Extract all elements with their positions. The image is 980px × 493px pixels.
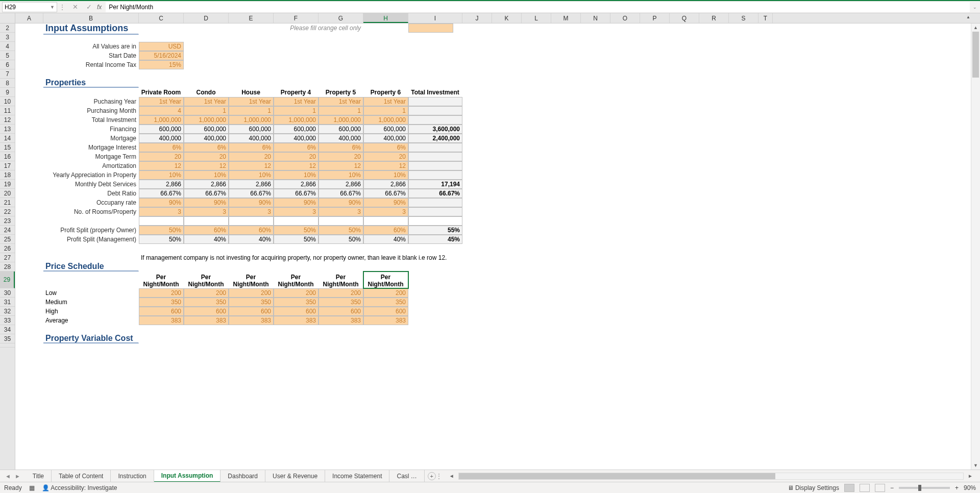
cell-G4[interactable]: [318, 42, 363, 51]
cell-mortgageTerm-3[interactable]: 20: [274, 152, 318, 161]
cell-price-low-1[interactable]: 200: [184, 288, 229, 298]
cell-appreciation-4[interactable]: 10%: [318, 170, 363, 180]
row-header-12[interactable]: 12: [0, 115, 15, 125]
cell-mortgageTerm-total[interactable]: [408, 152, 462, 161]
cell-profitMgmt-1[interactable]: 40%: [184, 235, 229, 244]
label-purchasingMonth[interactable]: Purchasing Month: [43, 106, 139, 115]
cell-E23[interactable]: [229, 216, 274, 226]
cell-purchasingMonth-4[interactable]: 1: [318, 106, 363, 115]
sheet-tab-dashboard[interactable]: Dashboard: [220, 470, 265, 482]
label-price-high[interactable]: High: [43, 307, 139, 316]
cell-monthlyDebt-5[interactable]: 2,866: [363, 180, 408, 189]
col-header-T[interactable]: T: [758, 13, 773, 23]
cell-I8[interactable]: [408, 79, 462, 88]
prop-col-condo[interactable]: Condo: [184, 88, 229, 97]
cell-D28[interactable]: [184, 262, 229, 272]
hscroll-right-icon[interactable]: ►: [966, 473, 975, 479]
cell-mortgage-4[interactable]: 400,000: [318, 134, 363, 143]
cell-H26[interactable]: [363, 244, 408, 253]
cell-G7[interactable]: [318, 69, 363, 79]
cell-debtRatio-0[interactable]: 66.67%: [139, 189, 184, 198]
cell-price-medium-0[interactable]: 350: [139, 298, 184, 307]
cell-mortgage-3[interactable]: 400,000: [274, 134, 318, 143]
cell-I35[interactable]: [408, 334, 462, 343]
cell-price-low-3[interactable]: 200: [274, 288, 318, 298]
zoom-knob[interactable]: [918, 485, 921, 491]
cell-A13[interactable]: [15, 125, 43, 134]
col-header-N[interactable]: N: [581, 13, 610, 23]
vertical-scrollbar[interactable]: ▲ ▼: [971, 23, 980, 470]
cell-mortgage-2[interactable]: 400,000: [229, 134, 274, 143]
cell-amortization-4[interactable]: 12: [318, 161, 363, 170]
prop-col-house[interactable]: House: [229, 88, 274, 97]
cell-C23[interactable]: [139, 216, 184, 226]
cell-profitOwner-1[interactable]: 60%: [184, 226, 229, 235]
prop-col-total-investment[interactable]: Total Investment: [408, 88, 462, 97]
col-header-L[interactable]: L: [522, 13, 551, 23]
cell-mortgage-0[interactable]: 400,000: [139, 134, 184, 143]
cell-puchasingYear-2[interactable]: 1st Year: [229, 97, 274, 106]
cell-C3[interactable]: [139, 33, 184, 42]
cell-mortgageInterest-3[interactable]: 6%: [274, 143, 318, 152]
display-settings-button[interactable]: 🖥 Display Settings: [788, 484, 839, 491]
cell-purchasingMonth-1[interactable]: 1: [184, 106, 229, 115]
cell-D26[interactable]: [184, 244, 229, 253]
cell-mortgageTerm-1[interactable]: 20: [184, 152, 229, 161]
cell-F34[interactable]: [274, 325, 318, 334]
cell-B23[interactable]: [43, 216, 139, 226]
sheet-tab-user-revenue[interactable]: User & Revenue: [265, 470, 325, 482]
cell-rooms-total[interactable]: [408, 207, 462, 216]
cell-F23[interactable]: [274, 216, 318, 226]
cell-D6[interactable]: [184, 60, 229, 69]
cell-A6[interactable]: [15, 60, 43, 69]
row-header-20[interactable]: 20: [0, 189, 15, 198]
cell-profitMgmt-5[interactable]: 40%: [363, 235, 408, 244]
cell-totalInvestment-0[interactable]: 1,000,000: [139, 115, 184, 125]
cell-puchasingYear-3[interactable]: 1st Year: [274, 97, 318, 106]
cell-totalInvestment-1[interactable]: 1,000,000: [184, 115, 229, 125]
cell-A3[interactable]: [15, 33, 43, 42]
cell-profitMgmt-0[interactable]: 50%: [139, 235, 184, 244]
row-header-17[interactable]: 17: [0, 161, 15, 170]
label-mortgageTerm[interactable]: Mortgage Term: [43, 152, 139, 161]
zoom-out-icon[interactable]: −: [890, 484, 894, 491]
cell-occupancy-0[interactable]: 90%: [139, 198, 184, 207]
cell-I23[interactable]: [408, 216, 462, 226]
label-price-low[interactable]: Low: [43, 288, 139, 298]
cell-debtRatio-5[interactable]: 66.67%: [363, 189, 408, 198]
cell-monthlyDebt-3[interactable]: 2,866: [274, 180, 318, 189]
cell-A11[interactable]: [15, 106, 43, 115]
cell-monthlyDebt-4[interactable]: 2,866: [318, 180, 363, 189]
price-hdr-3[interactable]: PerNight/Month: [274, 272, 318, 288]
row-header-10[interactable]: 10: [0, 97, 15, 106]
cell-D23[interactable]: [184, 216, 229, 226]
cell-F27[interactable]: [586, 253, 631, 262]
cell-appreciation-1[interactable]: 10%: [184, 170, 229, 180]
cell-B27[interactable]: [43, 253, 139, 262]
cell-A9[interactable]: [15, 88, 43, 97]
row-header-32[interactable]: 32: [0, 307, 15, 316]
cell-C34[interactable]: [139, 325, 184, 334]
cell-A34[interactable]: [15, 325, 43, 334]
row-header-4[interactable]: 4: [0, 42, 15, 51]
fx-icon[interactable]: fx: [97, 4, 102, 11]
cell-E6[interactable]: [229, 60, 274, 69]
col-header-G[interactable]: G: [318, 13, 363, 23]
cell-A22[interactable]: [15, 207, 43, 216]
cell-monthlyDebt-2[interactable]: 2,866: [229, 180, 274, 189]
cell-occupancy-total[interactable]: [408, 198, 462, 207]
cell-B9[interactable]: [43, 88, 139, 97]
row-header-28[interactable]: 28: [0, 262, 15, 272]
label-price-medium[interactable]: Medium: [43, 298, 139, 307]
label-mortgageInterest[interactable]: Mortgage Interest: [43, 143, 139, 152]
sheet-tab-income-statement[interactable]: Income Statement: [325, 470, 389, 482]
cell-F6[interactable]: [274, 60, 318, 69]
cell-C35[interactable]: [139, 334, 184, 343]
cell-G23[interactable]: [318, 216, 363, 226]
cell-B7[interactable]: [43, 69, 139, 79]
cell-A32[interactable]: [15, 307, 43, 316]
sheet-tab-casl-[interactable]: Casl …: [389, 470, 424, 482]
cell-I31[interactable]: [408, 298, 462, 307]
cell-A28[interactable]: [15, 262, 43, 272]
row-header-23[interactable]: 23: [0, 216, 15, 226]
